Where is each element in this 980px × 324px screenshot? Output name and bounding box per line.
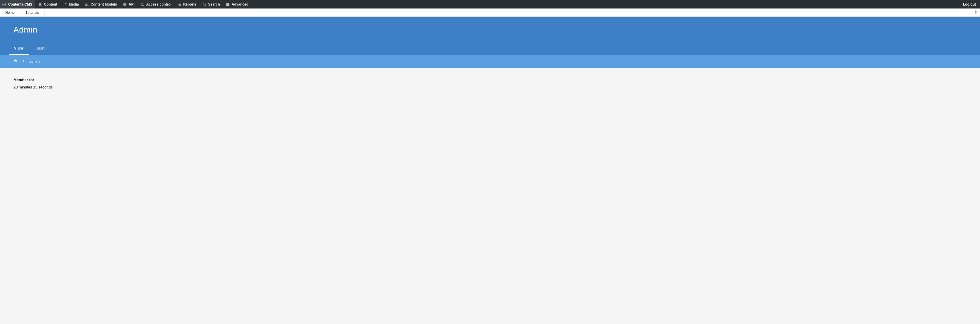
svg-rect-5 — [88, 5, 89, 6]
breadcrumb: admin — [0, 55, 980, 68]
toolbar-item-advanced[interactable]: Advanced — [223, 0, 251, 8]
shortcut-bar: Home Tutorials — [0, 8, 980, 17]
search-icon — [202, 2, 207, 6]
file-icon — [38, 2, 42, 6]
collapse-icon — [974, 10, 978, 15]
svg-rect-8 — [178, 5, 179, 6]
toolbar-item-content-models[interactable]: Content Models — [82, 0, 120, 8]
brand-label: Contenta CMS — [8, 2, 32, 6]
member-for-value: 20 minutes 15 seconds — [13, 85, 967, 89]
toolbar-item-media[interactable]: Media — [60, 0, 82, 8]
svg-line-12 — [205, 5, 206, 6]
toolbar-menu: Content Media Content Models API Access — [35, 0, 251, 8]
svg-rect-10 — [180, 4, 181, 6]
menu-icon — [226, 2, 230, 6]
tab-label: VIEW — [14, 46, 24, 50]
svg-point-7 — [143, 3, 143, 4]
toolbar-item-label: Advanced — [232, 2, 248, 6]
toolbar-item-label: Media — [69, 2, 79, 6]
puzzle-icon — [123, 2, 127, 6]
logout-label: Log out — [963, 2, 976, 6]
shortcut-spacer — [45, 8, 972, 16]
toolbar-spacer — [251, 0, 959, 8]
member-for-label: Member for — [13, 78, 967, 82]
toolbar-item-content[interactable]: Content — [35, 0, 60, 8]
svg-point-6 — [142, 3, 143, 4]
toolbar-item-reports[interactable]: Reports — [174, 0, 199, 8]
brand-home-link[interactable]: Contenta CMS — [0, 0, 35, 8]
users-icon — [140, 2, 145, 6]
toolbar-item-api[interactable]: API — [120, 0, 137, 8]
toolbar-item-label: Search — [208, 2, 220, 6]
toolbar-item-label: Access control — [146, 2, 171, 6]
toolbar-orientation-toggle[interactable] — [972, 8, 980, 16]
tab-label: EDIT — [37, 46, 45, 50]
shortcut-label: Home — [5, 11, 14, 14]
shortcut-home[interactable]: Home — [0, 8, 20, 16]
svg-rect-4 — [86, 5, 88, 6]
page-title: Admin — [13, 25, 971, 35]
chevron-right-icon — [22, 59, 25, 63]
bar-chart-icon — [177, 2, 181, 6]
breadcrumb-current: admin — [29, 59, 40, 64]
toolbar-item-label: Reports — [183, 2, 196, 6]
toolbar-item-label: Content — [44, 2, 57, 6]
toolbar-item-search[interactable]: Search — [199, 0, 223, 8]
logout-link[interactable]: Log out — [959, 0, 980, 8]
main-content: Member for 20 minutes 15 seconds — [0, 68, 980, 99]
svg-rect-3 — [85, 5, 86, 6]
sitemap-icon — [84, 2, 89, 6]
tab-edit[interactable]: EDIT — [31, 43, 51, 55]
page-header: Admin VIEW EDIT — [0, 17, 980, 55]
shortcut-label: Tutorials — [25, 11, 39, 14]
primary-tabs: VIEW EDIT — [0, 43, 980, 55]
breadcrumb-home[interactable] — [13, 59, 18, 64]
toolbar-item-label: API — [129, 2, 134, 6]
svg-point-11 — [203, 3, 205, 5]
tab-view[interactable]: VIEW — [9, 43, 29, 55]
wrench-icon — [63, 2, 67, 6]
toolbar-item-label: Content Models — [91, 2, 117, 6]
svg-rect-9 — [179, 3, 180, 6]
toolbar-item-access-control[interactable]: Access control — [137, 0, 174, 8]
svg-rect-2 — [86, 2, 88, 3]
admin-toolbar: Contenta CMS Content Media Content Model… — [0, 0, 980, 8]
brand-logo-icon — [2, 2, 6, 7]
shortcut-tutorials[interactable]: Tutorials — [20, 8, 45, 16]
home-icon — [13, 59, 18, 64]
svg-point-1 — [3, 4, 5, 5]
